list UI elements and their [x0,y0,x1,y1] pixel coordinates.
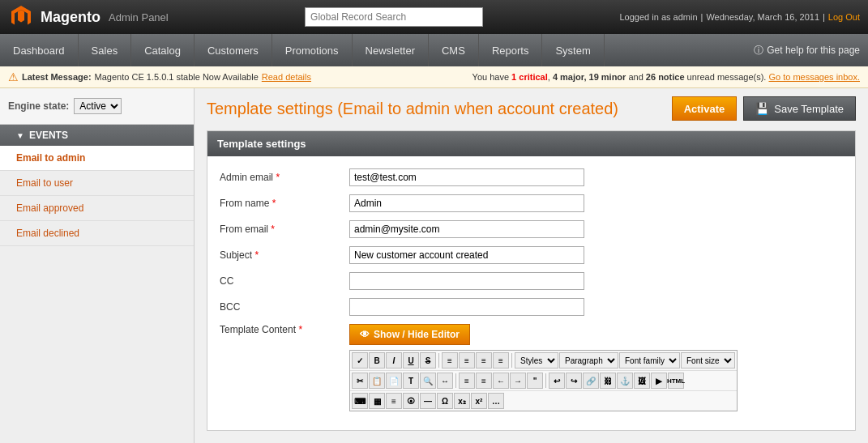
alert-right-text: You have [472,72,509,82]
from-name-input[interactable] [349,194,584,212]
nav-item-customers[interactable]: Customers [195,34,272,66]
toolbar-paragraph-select[interactable]: Paragraph [559,352,618,368]
toolbar-ol[interactable]: ≡ [476,373,492,389]
toolbar-undo[interactable]: ↩ [549,373,565,389]
save-template-button[interactable]: 💾 Save Template [743,96,856,121]
toolbar-ul[interactable]: ≡ [459,373,475,389]
nav-item-cms[interactable]: CMS [429,34,479,66]
nav-item-sales[interactable]: Sales [79,34,132,66]
toolbar-sup[interactable]: x² [471,393,487,409]
toolbar-sep-2 [511,353,512,368]
nav-item-system[interactable]: System [542,34,604,66]
toolbar-html[interactable]: HTML [668,373,684,389]
activate-button[interactable]: Activate [672,96,738,121]
subject-label: Subject * [220,249,349,261]
toolbar-spell-check[interactable]: ✓ [352,352,368,368]
content-area: Template settings (Email to admin when a… [195,88,868,443]
toolbar-source[interactable]: ⌨ [352,393,368,409]
show-editor-label: Show / Hide Editor [374,329,460,340]
toolbar-blockquote[interactable]: " [527,373,543,389]
sidebar-item-email-declined[interactable]: Email declined [0,221,194,246]
admin-email-input[interactable] [349,168,584,186]
toolbar-font-size-select[interactable]: Font size [681,352,735,368]
bcc-label: BCC [220,301,349,313]
editor-toolbar-row-3: ⌨ ▦ ≡ ⦿ — Ω x₂ x² … [350,391,737,411]
engine-state-row: Engine state: Active [0,88,194,125]
notice-count: 26 notice [646,72,685,82]
toolbar-underline[interactable]: U [403,352,419,368]
global-search-input[interactable] [305,7,483,27]
toolbar-paste-text[interactable]: T [403,373,419,389]
user-info: Logged in as admin [620,12,698,22]
nav-item-reports[interactable]: Reports [479,34,543,66]
editor-toolbar-row-2: ✂ 📋 📄 T 🔍 ↔ ≡ ≡ ← → [350,371,737,391]
header-buttons: Activate 💾 Save Template [672,96,856,121]
editor-toolbar-row-1: ✓ B I U S ≡ ≡ ≡ ≡ [350,351,737,371]
toolbar-indent[interactable]: → [510,373,526,389]
toolbar-align-justify[interactable]: ≡ [493,352,509,368]
toolbar-styles-select[interactable]: Styles [515,352,558,368]
toolbar-italic[interactable]: I [386,352,402,368]
toolbar-replace[interactable]: ↔ [437,373,453,389]
sidebar-item-email-approved-label: Email approved [16,202,83,214]
toolbar-align-right[interactable]: ≡ [476,352,492,368]
alert-message: Magento CE 1.5.0.1 stable Now Available [95,72,259,82]
unread-text: unread message(s). [687,72,767,82]
toolbar-unlink[interactable]: ⛓ [600,373,616,389]
toolbar-align-left[interactable]: ≡ [442,352,458,368]
toolbar-bold[interactable]: B [369,352,385,368]
show-hide-editor-button[interactable]: 👁 Show / Hide Editor [349,324,470,345]
toolbar-char[interactable]: Ω [437,393,453,409]
toolbar-table-rows[interactable]: ≡ [386,393,402,409]
top-bar: Magento Admin Panel Logged in as admin |… [0,0,868,34]
go-to-messages-link[interactable]: Go to messages inbox. [768,72,860,82]
subject-input[interactable] [349,246,584,264]
engine-state-select[interactable]: Active [74,98,122,114]
toolbar-outdent[interactable]: ← [493,373,509,389]
toolbar-sub[interactable]: x₂ [454,393,470,409]
engine-state-label: Engine state: [8,100,69,112]
cc-row: CC [220,272,843,290]
toolbar-paste[interactable]: 📄 [386,373,402,389]
logo-subtext: Admin Panel [109,11,169,23]
sidebar-item-email-to-user[interactable]: Email to user [0,171,194,196]
toolbar-link[interactable]: 🔗 [583,373,599,389]
toolbar-anchor[interactable]: ⚓ [617,373,633,389]
toolbar-copy[interactable]: 📋 [369,373,385,389]
from-email-input[interactable] [349,220,584,238]
from-name-required: * [272,198,276,209]
sidebar-item-email-approved[interactable]: Email approved [0,196,194,221]
nav-help[interactable]: ⓘ Get help for this page [746,34,868,66]
toolbar-find[interactable]: 🔍 [420,373,436,389]
nav-item-newsletter[interactable]: Newsletter [353,34,429,66]
toolbar-align-center[interactable]: ≡ [459,352,475,368]
nav-item-dashboard[interactable]: Dashboard [0,34,79,66]
editor-toolbar: ✓ B I U S ≡ ≡ ≡ ≡ [349,350,738,411]
toolbar-image[interactable]: 🖼 [634,373,650,389]
toolbar-redo[interactable]: ↪ [566,373,582,389]
events-arrow-icon: ▼ [16,131,24,140]
toolbar-media[interactable]: ▶ [651,373,667,389]
nav-item-catalog[interactable]: Catalog [131,34,195,66]
toolbar-font-family-select[interactable]: Font family [619,352,680,368]
toolbar-more[interactable]: … [488,393,504,409]
logout-link[interactable]: Log Out [828,12,860,22]
admin-email-required: * [276,172,280,183]
bcc-input[interactable] [349,298,584,316]
template-box-header: Template settings [207,131,855,156]
sidebar-item-email-to-admin-label: Email to admin [16,152,85,164]
read-details-link[interactable]: Read details [262,72,311,82]
sidebar-item-email-to-admin[interactable]: Email to admin [0,146,194,171]
logo-area: Magento Admin Panel [8,4,169,30]
eye-icon: 👁 [360,329,370,340]
toolbar-strikethrough[interactable]: S [420,352,436,368]
toolbar-hr[interactable]: — [420,393,436,409]
template-body: Admin email * From name * Fr [207,156,855,430]
toolbar-cut[interactable]: ✂ [352,373,368,389]
cc-input[interactable] [349,272,584,290]
toolbar-table[interactable]: ▦ [369,393,385,409]
admin-email-row: Admin email * [220,168,843,186]
nav-item-promotions[interactable]: Promotions [272,34,353,66]
toolbar-table-cols[interactable]: ⦿ [403,393,419,409]
magento-logo-icon [8,4,34,30]
